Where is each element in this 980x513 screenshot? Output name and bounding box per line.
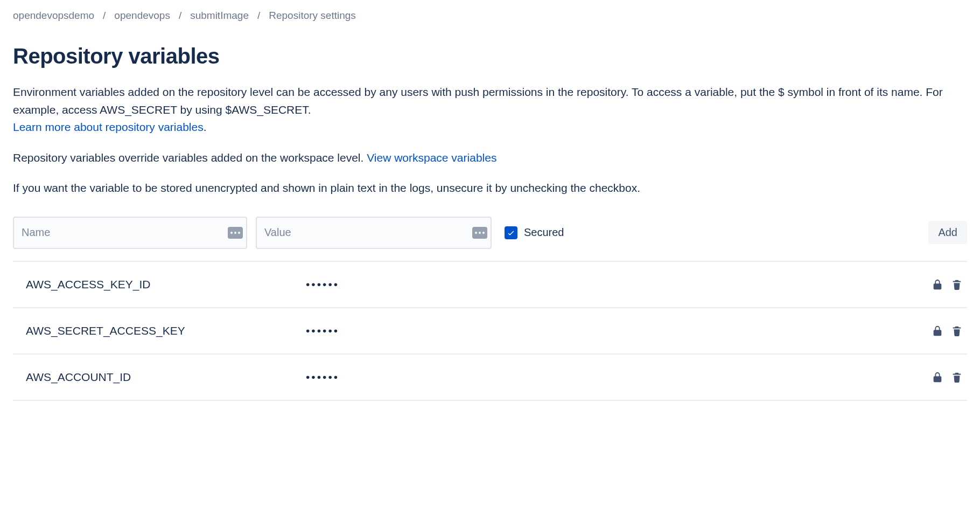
description-paragraph-3: If you want the variable to be stored un… [13,179,967,197]
variable-actions [932,279,967,290]
secured-checkbox-group: Secured [505,226,564,239]
variable-row: AWS_SECRET_ACCESS_KEY•••••• [13,308,967,355]
breadcrumb-item-workspace[interactable]: opendevopsdemo [13,10,94,22]
variables-list: AWS_ACCESS_KEY_ID••••••AWS_SECRET_ACCESS… [13,262,967,401]
variable-row: AWS_ACCOUNT_ID•••••• [13,355,967,401]
description-paragraph-2: Repository variables override variables … [13,149,967,167]
lock-icon[interactable] [932,279,943,290]
variable-name: AWS_ACCESS_KEY_ID [26,278,306,291]
variable-actions [932,371,967,383]
description-text: Environment variables added on the repos… [13,86,943,116]
more-icon[interactable] [472,227,487,239]
value-input-wrapper [256,217,492,249]
breadcrumb-item-repo[interactable]: submitImage [190,10,249,22]
breadcrumb-separator: / [257,10,260,22]
add-button[interactable]: Add [928,221,967,244]
breadcrumb: opendevopsdemo / opendevops / submitImag… [13,10,967,22]
variable-value: •••••• [306,278,932,291]
check-icon [507,228,515,237]
variable-value: •••••• [306,371,932,384]
variable-row: AWS_ACCESS_KEY_ID•••••• [13,262,967,308]
breadcrumb-item-settings[interactable]: Repository settings [269,10,356,22]
breadcrumb-separator: / [179,10,181,22]
secured-label: Secured [524,226,564,239]
lock-icon[interactable] [932,325,943,337]
add-variable-form: Secured Add [13,217,967,261]
secured-checkbox[interactable] [505,226,517,239]
trash-icon[interactable] [951,279,963,290]
view-workspace-variables-link[interactable]: View workspace variables [367,151,496,164]
description-period: . [204,121,207,133]
trash-icon[interactable] [951,325,963,337]
variable-name: AWS_SECRET_ACCESS_KEY [26,324,306,337]
lock-icon[interactable] [932,371,943,383]
trash-icon[interactable] [951,371,963,383]
breadcrumb-separator: / [103,10,106,22]
name-input-wrapper [13,217,247,249]
name-input[interactable] [13,217,247,249]
variable-name: AWS_ACCOUNT_ID [26,371,306,384]
description-paragraph-1: Environment variables added on the repos… [13,84,967,136]
learn-more-link[interactable]: Learn more about repository variables [13,121,204,133]
more-icon[interactable] [228,227,243,239]
description-text: Repository variables override variables … [13,151,367,164]
variable-actions [932,325,967,337]
page-title: Repository variables [13,44,967,68]
value-input[interactable] [256,217,492,249]
variable-value: •••••• [306,324,932,337]
breadcrumb-item-project[interactable]: opendevops [114,10,170,22]
